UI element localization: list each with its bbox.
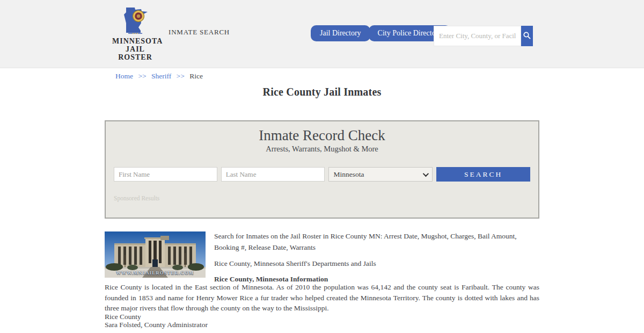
first-name-input[interactable] bbox=[114, 167, 217, 182]
search-submit-button[interactable] bbox=[521, 26, 533, 46]
photo-watermark: WWW.MNJAILROSTER.COM bbox=[105, 270, 206, 276]
jail-directory-button[interactable]: Jail Directory bbox=[311, 25, 370, 41]
minnesota-state-seal-icon bbox=[112, 7, 158, 37]
inmate-search-label: INMATE SEARCH bbox=[169, 28, 230, 37]
record-check-title: Inmate Record Check bbox=[106, 127, 538, 144]
breadcrumb: Home >> Sheriff >> Rice bbox=[115, 72, 203, 81]
facility-search-input[interactable] bbox=[434, 26, 521, 46]
header-search bbox=[434, 26, 533, 46]
breadcrumb-home-link[interactable]: Home bbox=[115, 72, 133, 80]
breadcrumb-sheriff-link[interactable]: Sheriff bbox=[151, 72, 171, 80]
inmate-record-check-panel: Inmate Record Check Arrests, Warrants, M… bbox=[105, 120, 539, 219]
content-text: Search for Inmates on the Jail Roster in… bbox=[214, 230, 539, 289]
breadcrumb-current: Rice bbox=[189, 72, 203, 80]
county-name: Rice County bbox=[105, 313, 208, 321]
logo-text-line1: MINNESOTA bbox=[112, 37, 158, 45]
sponsored-results-label: Sponsored Results bbox=[114, 195, 538, 201]
page-title: Rice County Jail Inmates bbox=[0, 86, 644, 98]
courthouse-photo: WWW.MNJAILROSTER.COM bbox=[105, 231, 206, 278]
last-name-input[interactable] bbox=[221, 167, 325, 182]
header-inner: MINNESOTA JAIL ROSTER INMATE SEARCH Jail… bbox=[105, 0, 539, 68]
breadcrumb-separator: >> bbox=[177, 72, 185, 80]
county-contact-block: Rice County Sara Folsted, County Adminis… bbox=[105, 313, 208, 329]
content-row: WWW.MNJAILROSTER.COM Search for Inmates … bbox=[105, 230, 539, 289]
logo-text-line2: JAIL ROSTER bbox=[112, 45, 158, 61]
departments-text: Rice County, Minnesota Sheriff's Departm… bbox=[214, 258, 539, 269]
site-header: MINNESOTA JAIL ROSTER INMATE SEARCH Jail… bbox=[0, 0, 644, 68]
breadcrumb-separator: >> bbox=[138, 72, 146, 80]
site-logo[interactable]: MINNESOTA JAIL ROSTER bbox=[112, 7, 158, 61]
search-icon bbox=[523, 31, 531, 41]
county-info-paragraph: Rice County is located in the East secti… bbox=[105, 282, 539, 314]
record-search-button[interactable]: SEARCH bbox=[436, 167, 530, 182]
search-description: Search for Inmates on the Jail Roster in… bbox=[214, 230, 539, 254]
state-select-value: Minnesota bbox=[334, 170, 364, 179]
record-check-form: Minnesota SEARCH bbox=[106, 167, 538, 182]
county-administrator: Sara Folsted, County Administrator bbox=[105, 321, 208, 329]
record-check-subtitle: Arrests, Warrants, Mugshot & More bbox=[106, 144, 538, 154]
state-select[interactable]: Minnesota bbox=[328, 167, 433, 182]
chevron-down-icon bbox=[423, 170, 429, 176]
directory-buttons: Jail Directory City Police Directory bbox=[311, 25, 451, 41]
